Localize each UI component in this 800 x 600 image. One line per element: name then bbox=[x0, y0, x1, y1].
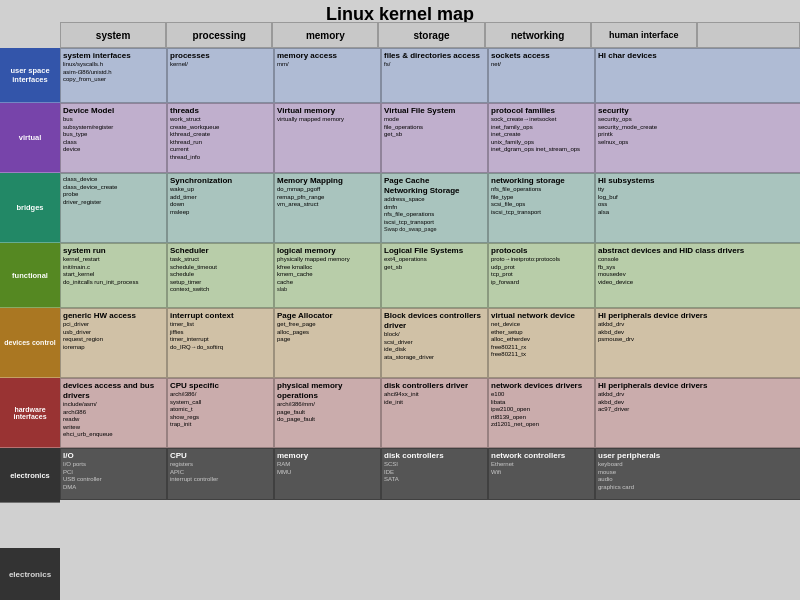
cell-dc-storage: Block devices controllers driver block/ … bbox=[381, 308, 488, 378]
col-header-system: system bbox=[60, 22, 166, 48]
cell-us-system: system interfaces linux/syscalls.h asim-… bbox=[60, 48, 167, 103]
col-header-memory: memory bbox=[272, 22, 378, 48]
cell-el-hi: user peripherals keyboard mouse audio gr… bbox=[595, 448, 800, 500]
cell-fn-system: system run kernel_restart init/main.c st… bbox=[60, 243, 167, 308]
cell-dc-processing: interrupt context timer_list jiffies tim… bbox=[167, 308, 274, 378]
layer-electronics: electronics bbox=[0, 448, 60, 503]
layer-bridges: bridges bbox=[0, 173, 60, 243]
cell-dc-memory: Page Allocator get_free_page alloc_pages… bbox=[274, 308, 381, 378]
cell-us-networking: sockets access net/ bbox=[488, 48, 595, 103]
cell-dc-hi: HI peripherals device drivers atkbd_drv … bbox=[595, 308, 800, 378]
cell-virt-memory: Virtual memory virtually mapped memory bbox=[274, 103, 381, 173]
cell-br-memory: Memory Mapping do_mmap_pgoff remap_pfn_r… bbox=[274, 173, 381, 243]
cell-virt-system: Device Model bus subsystem/register bus_… bbox=[60, 103, 167, 173]
cell-virt-networking: protocol families sock_create→inetsocket… bbox=[488, 103, 595, 173]
cell-el-networking: network controllers Ethernet Wifi bbox=[488, 448, 595, 500]
col-header-extra bbox=[697, 22, 800, 48]
layer-sidebar: user space interfaces virtual bridges fu… bbox=[0, 48, 60, 600]
layer-functional: functional bbox=[0, 243, 60, 308]
cell-fn-networking: protocols proto→inetproto:protocols udp_… bbox=[488, 243, 595, 308]
cell-fn-hi: abstract devices and HID class drivers c… bbox=[595, 243, 800, 308]
cell-dc-networking: virtual network device net_device ether_… bbox=[488, 308, 595, 378]
layer-userspace: user space interfaces bbox=[0, 48, 60, 103]
cell-us-memory: memory access mm/ bbox=[274, 48, 381, 103]
column-headers: system processing memory storage network… bbox=[60, 22, 800, 48]
row-bridges: class_device class_device_create probe d… bbox=[60, 173, 800, 243]
cell-br-processing: Synchronization wake_up add_timer down m… bbox=[167, 173, 274, 243]
cell-us-storage: files & directories access fs/ bbox=[381, 48, 488, 103]
layer-electronics-label: electronics bbox=[0, 548, 60, 600]
col-header-networking: networking bbox=[485, 22, 591, 48]
cell-hw-system: devices access and bus drivers include/a… bbox=[60, 378, 167, 448]
row-virtual: Device Model bus subsystem/register bus_… bbox=[60, 103, 800, 173]
cell-br-hi: HI subsystems tty log_buf oss alsa bbox=[595, 173, 800, 243]
cell-el-storage: disk controllers SCSI IDE SATA bbox=[381, 448, 488, 500]
cell-us-processing: processes kernel/ bbox=[167, 48, 274, 103]
layer-devcontrol: devices control bbox=[0, 308, 60, 378]
cell-hw-networking: network devices drivers e100 libata ipw2… bbox=[488, 378, 595, 448]
cell-virt-processing: threads work_struct create_workqueue kth… bbox=[167, 103, 274, 173]
cell-el-system: I/O I/O ports PCI USB controller DMA bbox=[60, 448, 167, 500]
main-container: Linux kernel map system processing memor… bbox=[0, 0, 800, 600]
row-functional: system run kernel_restart init/main.c st… bbox=[60, 243, 800, 308]
cell-br-system: class_device class_device_create probe d… bbox=[60, 173, 167, 243]
cell-el-processing: CPU registers APIC interrupt controller bbox=[167, 448, 274, 500]
cell-virt-hi: security security_ops security_mode_crea… bbox=[595, 103, 800, 173]
row-hwinterface: devices access and bus drivers include/a… bbox=[60, 378, 800, 448]
col-header-hi: human interface bbox=[591, 22, 697, 48]
cell-hw-processing: CPU specific arch/i386/ system_call atom… bbox=[167, 378, 274, 448]
cell-fn-processing: Scheduler task_struct schedule_timeout s… bbox=[167, 243, 274, 308]
layer-virtual: virtual bbox=[0, 103, 60, 173]
cell-br-storage: Page Cache Networking Storage address_sp… bbox=[381, 173, 488, 243]
col-header-processing: processing bbox=[166, 22, 272, 48]
cell-hw-storage: disk controllers driver ahci94xx_init id… bbox=[381, 378, 488, 448]
layer-hwinterface: hardware interfaces bbox=[0, 378, 60, 448]
row-electronics: I/O I/O ports PCI USB controller DMA CPU… bbox=[60, 448, 800, 500]
cell-fn-storage: Logical File Systems ext4_operations get… bbox=[381, 243, 488, 308]
row-devcontrol: generic HW access pci_driver usb_driver … bbox=[60, 308, 800, 378]
cell-fn-memory: logical memory physically mapped memory … bbox=[274, 243, 381, 308]
cell-us-hi: HI char devices bbox=[595, 48, 800, 103]
cell-hw-memory: physical memory operations arch/i386/mm/… bbox=[274, 378, 381, 448]
row-userspace: system interfaces linux/syscalls.h asim-… bbox=[60, 48, 800, 103]
cell-dc-system: generic HW access pci_driver usb_driver … bbox=[60, 308, 167, 378]
cell-el-memory: memory RAM MMU bbox=[274, 448, 381, 500]
cell-hw-hi: HI peripherals device drivers atkbd_drv … bbox=[595, 378, 800, 448]
map-grid: system interfaces linux/syscalls.h asim-… bbox=[60, 48, 800, 600]
cell-virt-storage: Virtual File System mode file_operations… bbox=[381, 103, 488, 173]
cell-br-networking: networking storage nfs_file_operations f… bbox=[488, 173, 595, 243]
col-header-storage: storage bbox=[378, 22, 484, 48]
